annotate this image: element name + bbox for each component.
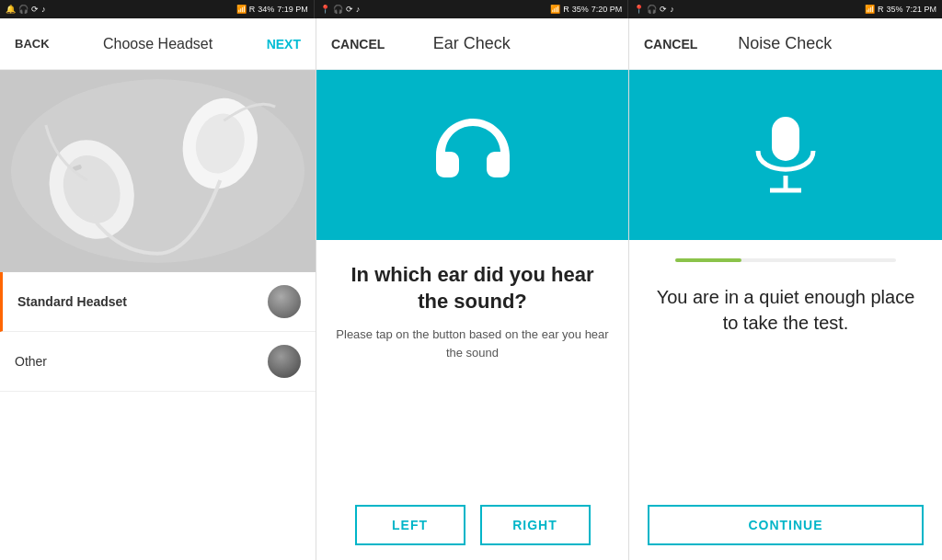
noise-meter-fill <box>675 258 741 262</box>
headset-image <box>0 70 316 272</box>
noise-status-message: You are in a quiet enough place to take … <box>648 284 924 336</box>
ear-buttons-group: LEFT RIGHT <box>335 505 610 545</box>
microphone-icon <box>744 109 827 201</box>
noise-check-cancel-button[interactable]: CANCEL <box>644 37 697 51</box>
noise-level-meter <box>675 258 896 262</box>
time-1: 7:19 PM <box>277 5 308 14</box>
headphone-icon <box>427 109 519 201</box>
signal-icon-1: R <box>249 5 256 14</box>
ear-check-content: In which ear did you hear the sound? Ple… <box>316 240 628 560</box>
sync-icon: ⟳ <box>31 5 39 14</box>
back-button[interactable]: BACK <box>15 37 50 51</box>
music-icon-2: ♪ <box>356 5 361 14</box>
status-bar-2: 📍 🎧 ⟳ ♪ 📶 R 35% 7:20 PM <box>315 0 629 18</box>
wifi-icon: 📶 <box>236 5 247 14</box>
wifi-icon-3: 📶 <box>865 5 875 14</box>
sync-icon-2: ⟳ <box>346 5 353 14</box>
battery-level-1: 34% <box>258 5 274 14</box>
ear-check-image <box>316 70 628 240</box>
standard-headset-avatar <box>268 285 301 318</box>
sync-icon-3: ⟳ <box>660 5 667 14</box>
other-headset-label: Other <box>15 354 47 369</box>
choose-headset-title: Choose Headset <box>103 36 213 52</box>
left-ear-button[interactable]: LEFT <box>355 505 465 545</box>
battery-level-2: 35% <box>572 5 589 14</box>
notification-icon-3: 📍 <box>634 5 644 14</box>
wifi-icon-2: 📶 <box>550 5 560 14</box>
noise-check-title: Noise Check <box>738 34 832 53</box>
status-bars: 🔔 🎧 ⟳ ♪ 📶 R 34% 7:19 PM 📍 🎧 ⟳ ♪ 📶 R 35% … <box>0 0 942 18</box>
headset-list: Standard Headset Other <box>0 272 316 560</box>
headphone-status-icon-3: 🎧 <box>647 5 657 14</box>
ear-instruction-text: Please tap on the button based on the ea… <box>335 326 610 361</box>
signal-icon-2: R <box>563 5 569 14</box>
svg-rect-7 <box>772 117 799 161</box>
notification-icon: 🔔 <box>6 5 16 14</box>
ear-question-text: In which ear did you hear the sound? <box>335 262 610 314</box>
panel-2-header: CANCEL Ear Check <box>316 18 628 70</box>
other-headset-item[interactable]: Other <box>0 332 316 392</box>
right-ear-button[interactable]: RIGHT <box>480 505 591 545</box>
next-button[interactable]: NEXT <box>267 37 301 51</box>
battery-level-3: 35% <box>886 5 902 14</box>
time-2: 7:20 PM <box>592 5 623 14</box>
notification-icon-2: 📍 <box>320 5 330 14</box>
noise-check-content: You are in a quiet enough place to take … <box>629 240 942 560</box>
headphone-status-icon: 🎧 <box>18 5 29 14</box>
noise-check-image <box>629 70 942 240</box>
earbuds-illustration <box>0 70 316 272</box>
music-icon: ♪ <box>41 5 46 14</box>
ear-check-title: Ear Check <box>433 34 511 53</box>
time-3: 7:21 PM <box>905 5 936 14</box>
panels-container: BACK Choose Headset NEXT <box>0 18 942 560</box>
status-bar-3: 📍 🎧 ⟳ ♪ 📶 R 35% 7:21 PM <box>628 0 942 18</box>
choose-headset-panel: BACK Choose Headset NEXT <box>0 18 316 560</box>
ear-check-cancel-button[interactable]: CANCEL <box>331 37 385 51</box>
standard-headset-label: Standard Headset <box>17 294 127 309</box>
signal-icon-3: R <box>878 5 884 14</box>
panel-3-header: CANCEL Noise Check <box>629 18 942 70</box>
standard-headset-item[interactable]: Standard Headset <box>0 272 316 332</box>
headphone-status-icon-2: 🎧 <box>333 5 343 14</box>
noise-check-panel: CANCEL Noise Check You are in <box>629 18 942 560</box>
music-icon-3: ♪ <box>670 5 674 14</box>
status-bar-1: 🔔 🎧 ⟳ ♪ 📶 R 34% 7:19 PM <box>0 0 315 18</box>
ear-check-panel: CANCEL Ear Check In which ear did you he… <box>316 18 629 560</box>
continue-button[interactable]: CONTINUE <box>648 505 924 545</box>
panel-1-header: BACK Choose Headset NEXT <box>0 18 316 70</box>
other-headset-avatar <box>268 345 301 378</box>
